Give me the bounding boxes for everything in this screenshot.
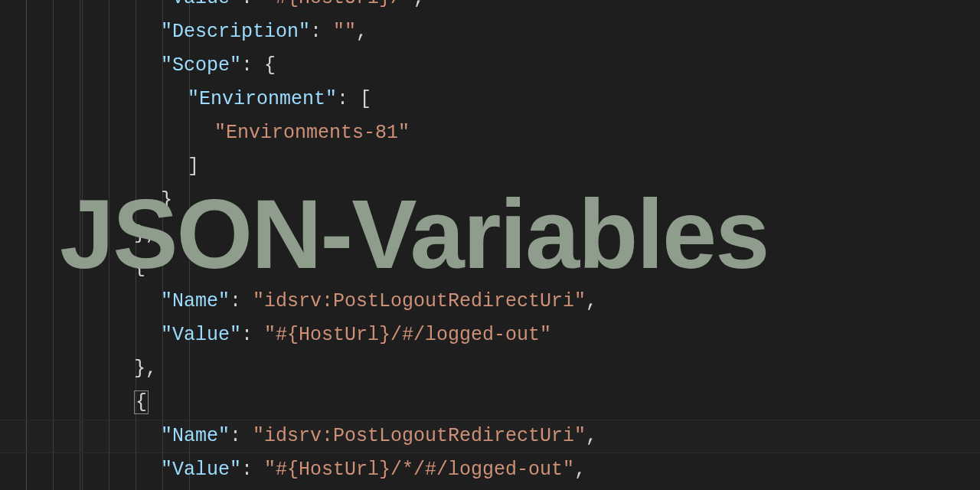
code-line[interactable]: "Description": "", (80, 15, 597, 49)
token-key: "Name" (161, 290, 230, 312)
token-punct: : (230, 290, 253, 312)
code-line[interactable]: { (80, 386, 597, 420)
token-punct: : (310, 21, 333, 43)
token-key: "Name" (161, 425, 230, 447)
code-line[interactable]: "Environments-81" (80, 116, 597, 150)
token-punct: : (337, 88, 360, 110)
code-text-area[interactable]: "Value": "#{HostUrl}/","Description": ""… (80, 0, 597, 490)
token-key: "Value" (161, 324, 241, 346)
token-punct: , (586, 290, 597, 312)
token-key: "Value" (161, 0, 241, 9)
code-line[interactable]: "Value": "#{HostUrl}/#/logged-out" (80, 318, 597, 352)
token-str: "#{HostUrl}/*/#/logged-out" (264, 459, 574, 481)
gutter (0, 0, 80, 490)
code-editor[interactable]: "Value": "#{HostUrl}/","Description": ""… (0, 0, 980, 490)
token-str: "idsrv:PostLogoutRedirectUri" (253, 425, 586, 447)
token-brace: } (134, 223, 145, 245)
gutter-col-2 (27, 0, 54, 490)
token-brace: } (161, 189, 172, 211)
token-str: "#{HostUrl}/#/logged-out" (264, 324, 551, 346)
token-str: "Environments-81" (214, 122, 410, 144)
code-line[interactable]: "Description": "", (80, 487, 597, 490)
token-key: "Scope" (161, 54, 241, 77)
token-key: "Value" (161, 459, 241, 481)
token-punct: , (574, 459, 586, 481)
code-line[interactable]: "Name": "idsrv:PostLogoutRedirectUri", (80, 420, 597, 453)
code-line[interactable]: "Environment": [ (80, 83, 597, 116)
code-line[interactable]: }, (80, 352, 597, 386)
token-punct: : (230, 425, 253, 447)
token-brace: } (134, 358, 145, 380)
token-key: "Environment" (188, 88, 337, 110)
code-line[interactable]: "Value": "#{HostUrl}/", (80, 0, 597, 15)
code-line[interactable]: ] (80, 150, 597, 184)
token-punct: , (145, 223, 157, 245)
code-line[interactable]: "Value": "#{HostUrl}/*/#/logged-out", (80, 453, 597, 487)
token-punct: : (241, 324, 264, 346)
token-punct: , (586, 425, 597, 447)
token-punct: , (356, 21, 368, 43)
gutter-col-3 (54, 0, 80, 490)
code-line[interactable]: }, (80, 217, 597, 251)
token-punct: : (241, 54, 264, 77)
token-str: "" (333, 21, 356, 43)
token-brace: { (134, 390, 149, 414)
code-line[interactable]: "Scope": { (80, 49, 597, 83)
token-str: "idsrv:PostLogoutRedirectUri" (253, 290, 586, 312)
token-brace: { (134, 256, 145, 279)
token-bracket: ] (188, 155, 199, 178)
token-punct: : (241, 459, 264, 481)
code-line[interactable]: { (80, 251, 597, 285)
gutter-col-1 (0, 0, 27, 490)
token-punct: , (413, 0, 425, 9)
token-brace: { (264, 54, 276, 77)
token-str: "#{HostUrl}/" (264, 0, 413, 9)
code-line[interactable]: } (80, 184, 597, 217)
code-line[interactable]: "Name": "idsrv:PostLogoutRedirectUri", (80, 285, 597, 318)
token-key: "Description" (161, 21, 310, 43)
token-punct: , (145, 358, 157, 380)
token-punct: : (241, 0, 264, 9)
token-bracket: [ (360, 88, 371, 110)
